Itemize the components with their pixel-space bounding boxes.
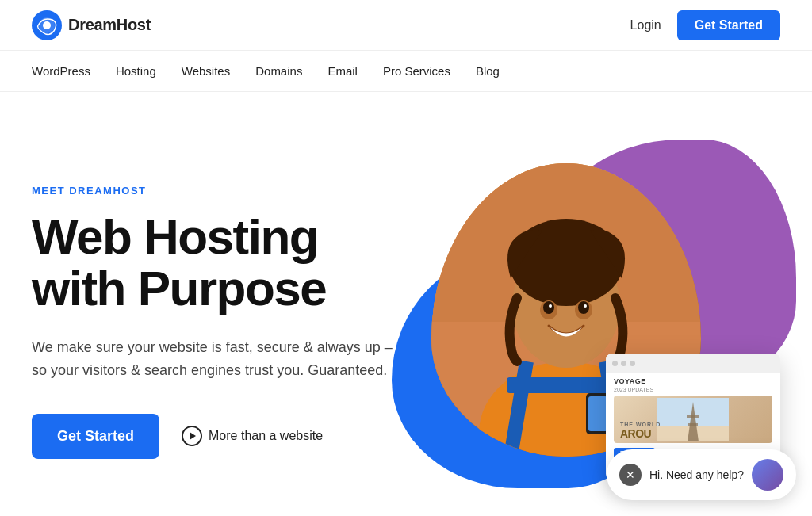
svg-point-2 [43, 21, 51, 29]
logo[interactable]: DreamHost [32, 10, 151, 40]
nav-item-hosting[interactable]: Hosting [103, 51, 169, 92]
card-world-text: THE WORLD AROU [620, 422, 661, 440]
chat-widget: ✕ Hi. Need any help? [607, 449, 796, 500]
logo-icon [32, 10, 62, 40]
logo-text: DreamHost [68, 16, 151, 34]
site-header: DreamHost Login Get Started [0, 0, 812, 51]
chat-message: Hi. Need any help? [649, 468, 744, 481]
svg-point-15 [584, 304, 587, 308]
svg-rect-21 [687, 415, 699, 418]
card-subtitle: 2023 UPDATES [606, 387, 780, 396]
header-actions: Login Get Started [630, 10, 780, 40]
meet-label: MEET DREAMHOST [32, 185, 396, 197]
nav-item-wordpress[interactable]: WordPress [32, 51, 103, 92]
eiffel-tower-image [657, 398, 729, 441]
hero-content: MEET DREAMHOST Web Hosting with Purpose … [32, 185, 396, 459]
play-triangle [190, 432, 196, 440]
card-header-bar [606, 354, 780, 373]
card-image-area: THE WORLD AROU [614, 396, 772, 443]
chat-avatar [752, 459, 783, 491]
login-button[interactable]: Login [630, 18, 661, 32]
get-started-hero-button[interactable]: Get Started [32, 414, 159, 459]
svg-rect-22 [688, 423, 698, 426]
hero-title: Web Hosting with Purpose [32, 211, 396, 314]
main-nav: WordPress Hosting Websites Domains Email… [0, 51, 812, 92]
svg-point-14 [549, 304, 552, 308]
nav-item-email[interactable]: Email [315, 51, 370, 92]
play-icon [182, 426, 202, 446]
close-icon: ✕ [626, 469, 635, 480]
nav-item-pro-services[interactable]: Pro Services [370, 51, 463, 92]
get-started-header-button[interactable]: Get Started [677, 10, 780, 40]
hero-subtitle: We make sure your website is fast, secur… [32, 336, 396, 382]
card-title: VOYAGE [606, 373, 780, 387]
more-than-website-link[interactable]: More than a website [182, 426, 323, 446]
hero-actions: Get Started More than a website [32, 414, 396, 459]
svg-point-13 [578, 301, 589, 314]
nav-item-websites[interactable]: Websites [169, 51, 243, 92]
svg-rect-17 [588, 396, 607, 431]
svg-point-12 [543, 301, 554, 314]
nav-item-blog[interactable]: Blog [463, 51, 512, 92]
chat-close-button[interactable]: ✕ [619, 464, 642, 486]
nav-item-domains[interactable]: Domains [243, 51, 315, 92]
